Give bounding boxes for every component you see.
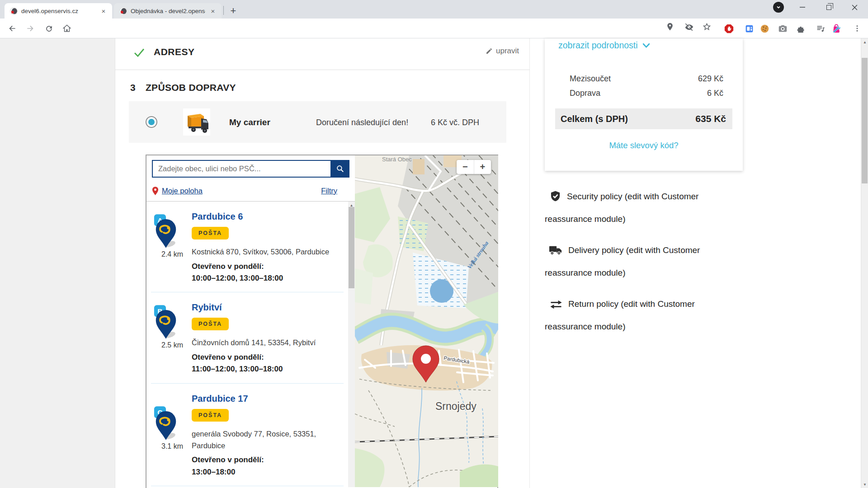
extensions-puzzle-icon[interactable] — [795, 23, 806, 34]
window-minimize-button[interactable] — [792, 0, 813, 14]
list-scrollbar-thumb[interactable] — [349, 207, 354, 288]
adblock-extension-icon[interactable] — [723, 23, 734, 34]
summary-row-label: Doprava — [570, 89, 600, 98]
pickup-item-body: Rybitví POŠTA Činžovních domů 141, 53354… — [192, 292, 342, 374]
list-scrollbar[interactable]: ▲ — [348, 202, 355, 487]
back-icon[interactable] — [7, 23, 18, 34]
pickup-open-label: Otevřeno v pondělí: — [192, 455, 342, 465]
map-zoom-control: − + — [457, 160, 491, 174]
pickup-hours: 11:00–12:00, 13:00–18:00 — [192, 365, 342, 374]
pickup-point-item[interactable]: B 2.5 km Rybitví POŠTA Činžovních domů 1… — [146, 292, 348, 384]
page-scrollbar[interactable]: ▲ ▼ — [861, 38, 868, 488]
edit-label: upravit — [496, 47, 519, 56]
pickup-title[interactable]: Rybitví — [192, 302, 342, 313]
section-divider — [115, 70, 530, 70]
security-policy-text: Security policy (edit with Customer reas… — [545, 185, 735, 230]
pickup-point-widget: Moje poloha Filtry A — [146, 155, 498, 488]
shipping-step-number: 3 — [130, 82, 136, 93]
tab-close-icon[interactable]: × — [99, 7, 108, 15]
site-favicon — [119, 7, 127, 15]
pickup-item-body: Pardubice 6 POŠTA Kostnická 870, Svítkov… — [192, 202, 342, 283]
carrier-option-row[interactable]: My carrier Doručení následující den! 6 K… — [129, 101, 506, 143]
forward-icon[interactable] — [25, 23, 36, 34]
browser-menu-kebab-icon[interactable] — [852, 23, 863, 34]
discount-code-link[interactable]: Máte slevový kód? — [545, 141, 743, 150]
posta-badge: POŠTA — [192, 318, 229, 330]
pickup-hours: 10:00–12:00, 13:00–18:00 — [192, 274, 342, 283]
carrier-truck-image — [183, 108, 210, 136]
summary-row-value: 629 Kč — [698, 74, 723, 84]
restore-icon — [826, 5, 831, 10]
summary-total-row: Celkem (s DPH) 635 Kč — [555, 108, 732, 129]
summary-row-value: 6 Kč — [707, 89, 723, 98]
pickup-point-list: A 2.4 km Pardubice 6 POŠTA Kostnická 870… — [146, 202, 348, 487]
pickup-open-label: Otevřeno v pondělí: — [192, 353, 342, 362]
reload-icon[interactable] — [43, 23, 54, 34]
return-arrows-icon — [549, 299, 563, 310]
pickup-title[interactable]: Pardubice 17 — [192, 394, 342, 404]
shipping-title-text: ZPŮSOB DOPRAVY — [146, 82, 236, 93]
page-viewport: ADRESY upravit 3ZPŮSOB DOPRAVY — [0, 38, 868, 488]
bookmark-star-icon[interactable] — [702, 22, 711, 31]
radio-dot — [148, 119, 155, 125]
pickup-address: Kostnická 870, Svítkov, 53006, Pardubice — [192, 246, 342, 258]
pickup-marker: B 2.5 km — [153, 304, 192, 349]
scroll-up-arrow[interactable]: ▲ — [861, 38, 868, 46]
addresses-section-header: ADRESY upravit — [115, 38, 530, 70]
pickup-point-item[interactable]: A 2.4 km Pardubice 6 POŠTA Kostnická 870… — [146, 202, 348, 292]
browser-tab-active[interactable]: devel6.openservis.cz × — [5, 3, 112, 19]
scroll-down-arrow[interactable]: ▼ — [861, 481, 868, 488]
search-icon — [336, 164, 344, 173]
pickup-search-input[interactable] — [152, 160, 330, 178]
home-icon[interactable] — [61, 23, 72, 34]
camera-extension-icon[interactable] — [777, 23, 788, 34]
pickup-address: generála Svobody 77, Rosice, 53351, Pard… — [192, 428, 342, 451]
zoom-out-button[interactable]: − — [457, 160, 474, 174]
chevron-down-circle-icon — [773, 2, 784, 13]
posta-badge: POŠTA — [192, 409, 229, 422]
reassurance-block: Security policy (edit with Customer reas… — [545, 185, 735, 347]
location-pin-icon[interactable] — [665, 22, 675, 31]
shipping-section-title: 3ZPŮSOB DOPRAVY — [130, 82, 236, 93]
browser-tab-inactive[interactable]: Objednávka - devel2.openservis.c × — [114, 3, 222, 19]
check-icon — [132, 46, 146, 59]
pickup-open-label: Otevřeno v pondělí: — [192, 262, 342, 271]
delivery-truck-icon — [549, 244, 563, 256]
page-scrollbar-thumb[interactable] — [862, 58, 868, 183]
my-location-link[interactable]: Moje poloha — [162, 187, 203, 195]
cookie-extension-icon[interactable] — [759, 23, 770, 34]
pickup-title[interactable]: Pardubice 6 — [192, 211, 342, 222]
list-divider — [151, 486, 344, 486]
delivery-policy-text: Delivery policy (edit with Customer reas… — [545, 239, 735, 284]
eye-off-icon[interactable] — [684, 22, 693, 31]
addresses-section-title: ADRESY — [154, 47, 195, 57]
pickup-distance: 2.5 km — [153, 341, 192, 349]
carrier-radio-selected[interactable] — [146, 116, 157, 128]
zoom-in-button[interactable]: + — [474, 160, 491, 174]
window-close-button[interactable] — [844, 0, 865, 14]
my-location-pin-icon — [152, 187, 159, 195]
pickup-distance: 2.4 km — [153, 250, 192, 258]
card-extension-icon[interactable] — [744, 23, 755, 34]
shop-wrench-extension-icon[interactable] — [831, 23, 842, 34]
map-village-label: Stará Obec — [382, 156, 412, 163]
show-details-link[interactable]: zobrazit podrobnosti — [558, 40, 650, 51]
playlist-extension-icon[interactable] — [815, 23, 826, 34]
edit-addresses-link[interactable]: upravit — [486, 47, 519, 56]
pickup-distance: 3.1 km — [153, 442, 192, 450]
chevron-down-icon — [642, 43, 650, 48]
browser-status-button[interactable] — [768, 0, 789, 14]
pickup-map[interactable]: − + — [355, 155, 498, 487]
pickup-list-panel: Moje poloha Filtry A — [146, 155, 355, 487]
page-left-margin — [0, 38, 115, 488]
total-value: 635 Kč — [695, 113, 726, 124]
tab-close-icon[interactable]: × — [209, 7, 217, 15]
window-restore-button[interactable] — [818, 0, 839, 14]
pickup-search-button[interactable] — [330, 160, 349, 178]
carrier-name: My carrier — [229, 117, 270, 127]
new-tab-button[interactable]: + — [227, 5, 240, 17]
summary-row-label: Mezisoučet — [570, 74, 611, 84]
pickup-links-row: Moje poloha Filtry — [152, 183, 337, 198]
pickup-point-item[interactable]: C 3.1 km Pardubice 17 POŠTA generála Svo… — [146, 384, 348, 486]
filters-link[interactable]: Filtry — [321, 187, 337, 195]
